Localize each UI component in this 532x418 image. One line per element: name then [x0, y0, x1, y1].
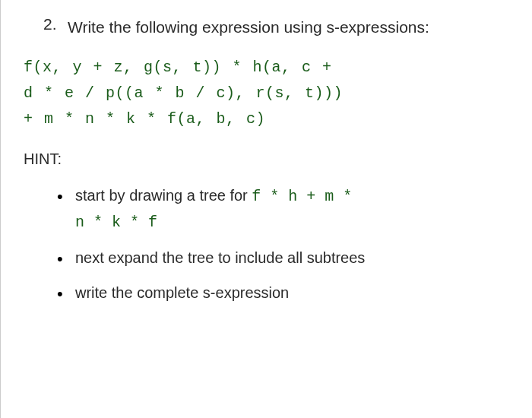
hint-item-2: next expand the tree to include all subt… — [57, 245, 502, 270]
code-line-2: d * e / p((a * b / c), r(s, t))) — [24, 81, 502, 106]
hint-item-1-code1: f * h + m * — [252, 188, 352, 205]
question-number: 2. — [43, 15, 68, 40]
hint-item-1-prefix: start by drawing a tree for — [75, 187, 252, 204]
question-item: 2. Write the following expression using … — [43, 15, 502, 40]
expression-code-block: f(x, y + z, g(s, t)) * h(a, c + d * e / … — [24, 55, 502, 132]
hint-item-1-code2: n * k * f — [75, 214, 157, 231]
hint-item-3: write the complete s-expression — [57, 280, 502, 305]
hint-label: HINT: — [24, 150, 502, 168]
code-line-3: + m * n * k * f(a, b, c) — [24, 106, 502, 132]
code-line-1: f(x, y + z, g(s, t)) * h(a, c + — [24, 55, 502, 81]
hint-item-1: start by drawing a tree for f * h + m * … — [57, 183, 502, 235]
hint-list: start by drawing a tree for f * h + m * … — [43, 183, 502, 305]
question-prompt: Write the following expression using s-e… — [68, 15, 429, 40]
